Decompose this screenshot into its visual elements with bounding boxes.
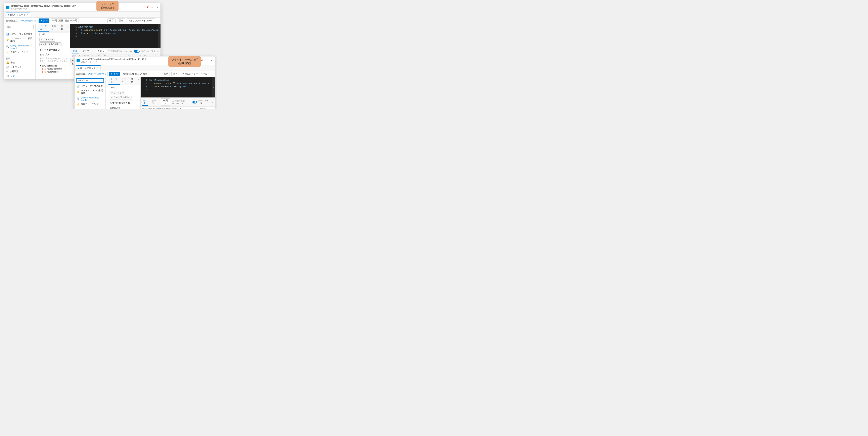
window-1-close[interactable]: ✕	[156, 6, 158, 9]
more-icon[interactable]: ···	[151, 6, 153, 9]
azure-sql-icon	[6, 6, 9, 9]
results-controls-1: ⊞ 列 ∨ 🕐 時刻の表示 (UTC+00:00) 列のグループ化 ⌄	[96, 49, 159, 54]
panel-tab-functions-2[interactable]: 関数	[129, 77, 137, 85]
panel-tabs-1: テーブル クエリ 関数 ···	[38, 24, 70, 32]
panel-content-2: ▷ すべて折りたたむ お気に入り お気に入りを追加するには、次をクリックします:…	[108, 100, 141, 109]
scope-select[interactable]: スコープを選択する	[18, 19, 36, 22]
group-toggle[interactable]	[134, 50, 140, 53]
results-tab-table[interactable]: 結果	[72, 49, 79, 54]
window-1-tab-add[interactable]: +	[30, 12, 35, 17]
group-toggle-2[interactable]	[192, 101, 197, 103]
panel-tab-queries-2[interactable]: クエリ	[120, 77, 129, 85]
query-icon: 🔍	[6, 45, 9, 48]
sql-databases-section[interactable]: ▾ SQL Databases	[39, 64, 69, 67]
sidebar-item-recommendations-2[interactable]: 💡 パフォーマンスの推奨事項	[74, 88, 105, 96]
editor-scroll-right-2[interactable]: ›	[212, 77, 215, 97]
save-button-2[interactable]: 保存	[162, 72, 170, 76]
window-2-tab-add[interactable]: +	[101, 65, 105, 70]
group-button-2[interactable]: ≡ グループ化の基準...	[110, 96, 132, 99]
sidebar-metric-label: メトリック	[10, 66, 22, 68]
results-tab-table-2[interactable]: 結果	[142, 98, 148, 106]
collapse-panel-2[interactable]: ‹	[106, 77, 108, 109]
expand-results-2[interactable]: ⌄	[211, 101, 213, 103]
run-button-2[interactable]: ► 実行	[109, 72, 120, 76]
window-2-editor[interactable]: 1AzureDiagnostics 2 | summarize count() …	[141, 77, 215, 97]
window-2-tab-query1[interactable]: ■ 新しいクエリ 1 ✕	[76, 65, 101, 70]
panel-more[interactable]: ···	[66, 24, 70, 32]
sidebar-item-recommendations[interactable]: 💡 パフォーマンスの推奨事項	[4, 36, 35, 43]
collapse-all-2[interactable]: ▷ すべて折りたたむ	[109, 101, 140, 105]
columns-button[interactable]: ⊞ 列 ∨	[96, 49, 106, 54]
sidebar-item-diag[interactable]: ⚙ 診断設定	[4, 69, 35, 74]
more-actions[interactable]: ···	[156, 19, 159, 22]
panel-search-input-1[interactable]	[39, 33, 69, 36]
sidebar-recommend-label: パフォーマンスの推奨事項	[10, 37, 33, 43]
share-button[interactable]: 共有	[117, 19, 125, 23]
tree-item-azure-metrics[interactable]: ▶ ⊞ AzureMetrics	[39, 70, 69, 73]
table-icon-2: ▶ ⊞	[42, 71, 46, 73]
sidebar-item-metrics[interactable]: 📈 メトリック	[4, 65, 35, 69]
panel-search-input-2[interactable]	[110, 86, 139, 89]
run-button[interactable]: ► 実行	[38, 19, 49, 23]
scope-select-2[interactable]: スコープを選択する	[88, 72, 106, 75]
sidebar-item-query-insight-2[interactable]: 🔍 Query Performance Insight	[74, 96, 105, 102]
results-tab-chart[interactable]: グラフ	[81, 49, 90, 53]
expand-results[interactable]: ⌄	[157, 50, 159, 53]
sidebar-query-label: Query Performance Insight	[10, 44, 33, 49]
azure-sql-icon-2	[76, 59, 80, 62]
editor-scroll-right-1[interactable]: ›	[158, 24, 160, 48]
sidebar-section-performance	[4, 30, 35, 32]
tree-item-azure-diagnostics[interactable]: ▶ ⊞ AzureDiagnostics	[39, 67, 69, 70]
window-1-titlebar: contoso0302-sqldb (contoso0302-sqlsvr/co…	[4, 3, 160, 12]
sidebar-item-auto-tuning[interactable]: ⚡ 自動チューニング	[4, 50, 35, 55]
new-alert-button-2[interactable]: + 新しいアラート ルール	[181, 72, 209, 76]
group-button-1[interactable]: ≡ グループ化の基準...	[39, 42, 61, 46]
toolbar-sep-1	[37, 19, 37, 23]
editor-content-1: 1AzureMetrics 2 | summarize count() by R…	[70, 24, 160, 40]
toolbar-right: 保存 共有 + 新しいアラート ルール ···	[107, 19, 159, 23]
status-text-2: 完了。過去 24 時間 からの結果を表示しています。	[142, 107, 184, 109]
results-tabs-2: 結果 グラフ ⊞ 列 ∨ 🕐 時刻の表示 (UTC+00:00) 列のグループ化…	[141, 98, 215, 107]
panel-tab-tables-2[interactable]: テーブル	[108, 77, 120, 85]
tooltip-platform: プラットフォームログ（診断設定）	[168, 56, 201, 67]
panel-tab-functions[interactable]: 関数	[59, 24, 66, 32]
window-1-tab-query1[interactable]: ■ 新しいクエリ 1 ✕	[6, 12, 30, 17]
favorites-hint: お気に入りを追加するには、次をクリックします: ☆ アイコン	[39, 57, 69, 64]
results-tab-chart-2[interactable]: グラフ	[151, 99, 158, 105]
time-range-button[interactable]: 時間の範囲: 過去 24 時間	[51, 19, 79, 23]
new-alert-button[interactable]: + 新しいアラート ルール	[127, 19, 155, 23]
sidebar-item-alerts[interactable]: 🔔 警告	[4, 60, 35, 65]
more-icon-2[interactable]: ···	[205, 59, 207, 62]
more-actions-2[interactable]: ···	[211, 72, 213, 75]
pin-icon[interactable]: 📌	[146, 6, 149, 9]
window-2-tab-close[interactable]: ✕	[97, 67, 98, 69]
filter-button-2[interactable]: ▽ フィルター	[110, 91, 125, 95]
chart-icon: 📊	[6, 33, 9, 36]
sidebar-item-logs[interactable]: 📋 ログ	[4, 74, 35, 78]
sidebar-item-auto-tuning-2[interactable]: ⚡ 自動チューニング	[74, 102, 105, 106]
share-button-2[interactable]: 共有	[172, 72, 179, 76]
columns-button-2[interactable]: ⊞ 列 ∨	[161, 98, 170, 106]
sidebar-search-input-2[interactable]	[76, 79, 104, 83]
time-range-button-2[interactable]: 時間の範囲: 過去 24 時間	[121, 72, 149, 76]
sidebar-search-input[interactable]	[6, 25, 34, 29]
sidebar-item-perf-overview[interactable]: 📊 パフォーマンスの概要	[4, 32, 35, 36]
sidebar-item-query-insight[interactable]: 🔍 Query Performance Insight	[4, 43, 35, 50]
window-1-tab-close[interactable]: ✕	[27, 14, 28, 16]
scope-value-2: contoso03...	[76, 73, 87, 75]
collapse-panel-1[interactable]: ‹	[35, 24, 38, 79]
filter-button-1[interactable]: ▽ フィルター	[39, 38, 55, 41]
window-2-close[interactable]: ✕	[210, 59, 213, 62]
panel-tab-queries[interactable]: クエリ	[50, 24, 59, 32]
save-button[interactable]: 保存	[107, 19, 116, 23]
recommend-icon: 💡	[6, 38, 9, 41]
sidebar-search-wrapper	[4, 24, 35, 30]
panel-content-1: ▷ すべて折りたたむ お気に入り お気に入りを追加するには、次をクリックします:…	[38, 47, 70, 79]
window-1-editor[interactable]: 1AzureMetrics 2 | summarize count() by R…	[70, 24, 160, 48]
collapse-icon-2: ▷	[110, 102, 112, 104]
collapse-all-1[interactable]: ▷ すべて折りたたむ	[39, 48, 69, 52]
panel-tab-tables[interactable]: テーブル	[38, 24, 50, 32]
sidebar-item-perf-overview-2[interactable]: 📊 パフォーマンスの概要	[74, 84, 105, 88]
window-2-scope: contoso03... スコープを選択する	[76, 72, 106, 75]
panel-more-2[interactable]: ···	[137, 77, 141, 85]
